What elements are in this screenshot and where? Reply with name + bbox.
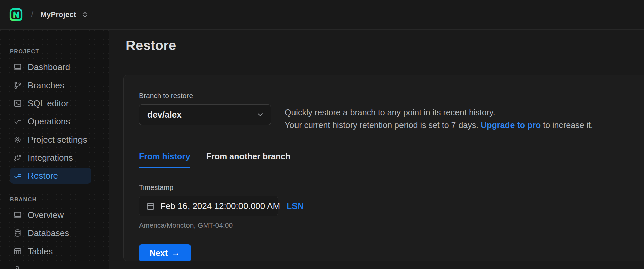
sidebar-item-label: Operations [28,116,70,127]
branches-icon [13,81,22,90]
branch-select-label: Branch to restore [139,92,644,100]
operations-icon [13,117,22,126]
branch-select-value: dev/alex [147,110,182,120]
timestamp-input[interactable]: Feb 16, 2024 12:00:00.000 AM [139,196,278,216]
sidebar-item-label: Databases [28,228,69,238]
sidebar-item-databases[interactable]: Databases [10,224,91,242]
sidebar-item-sql-editor[interactable]: SQL editor [10,94,91,112]
chevron-down-icon [256,110,265,119]
sidebar-section-project: PROJECT [0,49,109,55]
description-line2: Your current history retention period is… [285,119,593,131]
sidebar-item-label: Project settings [28,134,87,145]
timestamp-row: Feb 16, 2024 12:00:00.000 AM LSN [139,196,644,216]
restore-tabs: From history From another branch [124,152,644,167]
sidebar-item-branches[interactable]: Branches [10,76,91,94]
sidebar-item-label: Dashboard [28,62,70,72]
breadcrumb-slash: / [31,9,34,20]
arrow-right-icon: → [171,248,180,258]
next-button-label: Next [150,248,168,258]
sidebar-item-label: Overview [28,210,64,220]
tab-from-history[interactable]: From history [139,152,190,168]
sidebar-item-project-settings[interactable]: Project settings [10,130,91,149]
databases-icon [13,229,22,237]
tab-from-another-branch[interactable]: From another branch [206,152,290,168]
restore-card: Branch to restore dev/alex Quickly resto… [123,75,644,261]
description-line2-suffix: to increase it. [541,120,593,130]
project-switcher-icon[interactable] [82,10,88,19]
lsn-link[interactable]: LSN [287,201,304,211]
sidebar-item-operations[interactable]: Operations [10,112,91,130]
main-content: Restore Branch to restore dev/alex Quick… [109,30,644,269]
integrations-icon [13,153,22,162]
user-icon [13,265,109,269]
tables-icon [13,247,22,256]
settings-icon [13,135,22,144]
overview-icon [13,211,22,219]
calendar-icon [146,202,155,211]
page-title: Restore [126,38,644,53]
app-window: / MyProject PROJECT Dashboard [0,0,644,269]
sidebar-item-integrations[interactable]: Integrations [10,149,91,167]
sidebar-item-label: Integrations [28,153,73,163]
sidebar: PROJECT Dashboard Branches [0,30,109,269]
sidebar-item-restore[interactable]: Restore [10,168,91,184]
sidebar-item-overview[interactable]: Overview [10,206,91,224]
restore-description: Quickly restore a branch to any point in… [285,104,593,131]
breadcrumb-project-name: MyProject [41,10,76,19]
dashboard-icon [13,63,22,71]
sidebar-item-partial[interactable] [13,265,109,269]
restore-icon [13,171,22,180]
sidebar-item-label: Restore [28,171,58,181]
top-bar: / MyProject [0,0,644,30]
sidebar-item-tables[interactable]: Tables [10,242,91,260]
description-line2-prefix: Your current history retention period is… [285,120,481,130]
branch-select-row: dev/alex Quickly restore a branch to any… [139,104,644,131]
branch-select[interactable]: dev/alex [139,104,271,125]
description-line1: Quickly restore a branch to any point in… [285,106,593,119]
sidebar-item-label: Branches [28,80,64,91]
next-button[interactable]: Next → [139,244,191,261]
sidebar-item-label: Tables [28,246,53,257]
sidebar-item-dashboard[interactable]: Dashboard [10,58,91,76]
sidebar-item-label: SQL editor [28,98,69,109]
upgrade-to-pro-link[interactable]: Upgrade to pro [481,120,541,130]
timestamp-value: Feb 16, 2024 12:00:00.000 AM [160,201,280,211]
timezone-note: America/Moncton, GMT-04:00 [139,221,644,229]
sidebar-section-branch: BRANCH [0,197,109,203]
timestamp-label: Timestamp [139,183,644,192]
neon-logo-icon[interactable] [9,8,23,21]
sql-editor-icon [13,99,22,108]
